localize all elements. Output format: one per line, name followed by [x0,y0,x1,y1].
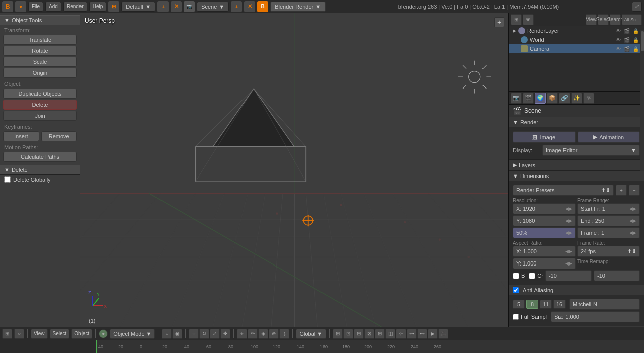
insert-btn[interactable]: Insert [3,131,39,141]
rotate-icon-btn[interactable]: ↻ [199,329,209,339]
scene-remove-icon2[interactable]: ✕ [244,1,255,12]
delete-section-header[interactable]: ▼ Delete [0,165,80,175]
world-lock-icon[interactable]: 🔒 [632,37,640,43]
remove-btn[interactable]: Remove [41,131,77,141]
snap10-btn[interactable]: ▶ [428,329,438,339]
scale-btn[interactable]: Scale [3,57,77,67]
snap11-btn[interactable]: 🎥 [438,329,448,339]
window-minimize[interactable]: ● [15,1,26,12]
prop-scene-icon[interactable]: 🎬 [523,93,534,104]
tool3-btn[interactable]: ◈ [258,329,268,339]
select-menu-btn[interactable]: Select [50,329,70,339]
render-section-header[interactable]: ▼ Render [509,117,644,127]
time-new-field[interactable]: -10 [594,270,640,281]
scene-remove-icon[interactable]: ✕ [171,1,182,12]
object-mode-icon[interactable]: ● [99,329,108,338]
res-y-field[interactable]: Y: 1080 ◀▶ [513,215,576,226]
tool5-btn[interactable]: ⤵ [279,329,289,339]
time-old-field[interactable]: -10 [545,270,592,281]
visibility-icon[interactable]: 👁 [615,28,622,34]
presets-remove-btn[interactable]: − [629,185,640,196]
border-select-btn[interactable]: ○ [162,329,172,339]
prop-constraints-icon[interactable]: 🔗 [559,93,570,104]
menu-help[interactable]: Help [89,2,107,12]
viewport[interactable]: User Persp [80,13,508,327]
prop-render-icon[interactable]: 📷 [511,93,522,104]
menu-render[interactable]: Render [63,2,87,12]
end-frame-field[interactable]: End : 250 ◀▶ [577,215,640,226]
duplicate-btn[interactable]: Duplicate Objects [3,89,77,99]
delete-globally-checkbox[interactable] [4,176,11,183]
display-select[interactable]: Image Editor ▼ [542,145,640,156]
start-frame-field[interactable]: Start Fr: 1 ◀▶ [577,203,640,214]
camera-lock-icon[interactable]: 🔒 [632,46,640,52]
editor-type-btn[interactable]: ⊞ [2,329,12,339]
view-btn[interactable]: View [586,14,597,25]
scene-add-icon2[interactable]: + [231,1,242,12]
frame-num-field[interactable]: Frame : 1 ◀▶ [577,227,640,238]
aa-size-field[interactable]: Siz: 1.000 [551,311,640,322]
outliner-world[interactable]: World 👁 🎬 🔒 [509,35,644,44]
aa-filter-select[interactable]: Mitchell-N [569,299,640,310]
rpanel-icon2[interactable]: 👁 [523,14,534,25]
aa-header[interactable]: Anti-Aliasing [509,285,644,295]
snap2-btn[interactable]: ⊡ [343,329,353,339]
prop-object-icon[interactable]: 📦 [547,93,558,104]
lock-icon[interactable]: 🔒 [632,28,640,34]
scene-add-icon[interactable]: + [157,1,169,12]
tool1-btn[interactable]: ⌖ [237,329,247,339]
view-menu-btn[interactable]: View [31,329,48,339]
tool4-btn[interactable]: ⊕ [269,329,279,339]
outliner-camera[interactable]: Camera 👁 🎬 🔒 [509,44,644,53]
prop-world-icon[interactable]: 🌍 [535,93,546,104]
outliner-render-layer[interactable]: ▶ RenderLayer 👁 🎬 🔒 [509,26,644,35]
presets-add-btn[interactable]: + [616,185,627,196]
snap4-btn[interactable]: ⊠ [364,329,374,339]
res-pct-field[interactable]: 50% ◀▶ [513,227,576,238]
timeline-area[interactable]: -40 -20 0 20 40 60 80 100 120 140 160 18… [0,340,644,353]
all-scenes-btn[interactable]: All Sc... [622,14,642,25]
layers-header[interactable]: ▶ Layers [509,160,644,170]
image-render-btn[interactable]: 🖼 Image [513,131,576,143]
circle-select-btn[interactable]: ◉ [172,329,182,339]
snap8-btn[interactable]: ⊶ [407,329,417,339]
mode-select[interactable]: Object Mode ▼ [110,329,155,339]
smb-header[interactable]: ▶ ✓ Sampled Motion Blur [509,326,644,327]
maximize-btn[interactable]: ⤢ [632,2,642,12]
fullscreen-btn[interactable]: ○ [14,329,24,339]
prop-physics-icon[interactable]: ⚛ [583,93,594,104]
zoom-in-btn[interactable]: + [494,17,504,27]
render-icon-small[interactable]: 🎬 [623,28,631,34]
calc-paths-btn[interactable]: Calculate Paths [3,152,77,162]
world-vis-icon[interactable]: 👁 [615,37,622,43]
world-render-icon[interactable]: 🎬 [623,37,631,43]
snap-select[interactable]: Global ▼ [296,329,326,339]
aa-num-16[interactable]: 16 [553,300,566,309]
snap6-btn[interactable]: ◫ [385,329,395,339]
res-x-field[interactable]: X: 1920 ◀▶ [513,203,576,214]
rotate-btn[interactable]: Rotate [3,46,77,56]
aspect-y-field[interactable]: Y: 1.000 ◀▶ [513,258,576,269]
snap9-btn[interactable]: ⊷ [417,329,427,339]
tool2-btn[interactable]: ✏ [248,329,258,339]
transform-icon-btn[interactable]: ✥ [220,329,230,339]
snap5-btn[interactable]: ⊞ [375,329,385,339]
translate-icon-btn[interactable]: ↔ [189,329,199,339]
render-presets-select[interactable]: Render Presets ⬆⬇ [513,185,614,196]
full-sample-checkbox[interactable] [513,314,519,320]
aa-num-11[interactable]: 11 [540,300,552,309]
cr-checkbox[interactable] [529,273,535,279]
camera-render-icon[interactable]: 🎬 [623,46,631,52]
dimensions-header[interactable]: ▼ Dimensions [509,171,644,181]
object-menu-btn[interactable]: Object [71,329,92,339]
frame-rate-select[interactable]: 24 fps ⬆⬇ [577,246,640,257]
scene-select[interactable]: Scene ▼ [197,2,229,12]
animation-render-btn[interactable]: ▶ Animation [578,131,640,143]
search-btn[interactable]: Search [610,14,621,25]
delete-btn[interactable]: Delete [3,100,77,110]
snap3-btn[interactable]: ⊟ [354,329,364,339]
prop-particles-icon[interactable]: ✨ [571,93,582,104]
origin-btn[interactable]: Origin [3,68,77,78]
blender-logo[interactable]: B [2,1,13,12]
snap1-btn[interactable]: ⊞ [333,329,343,339]
